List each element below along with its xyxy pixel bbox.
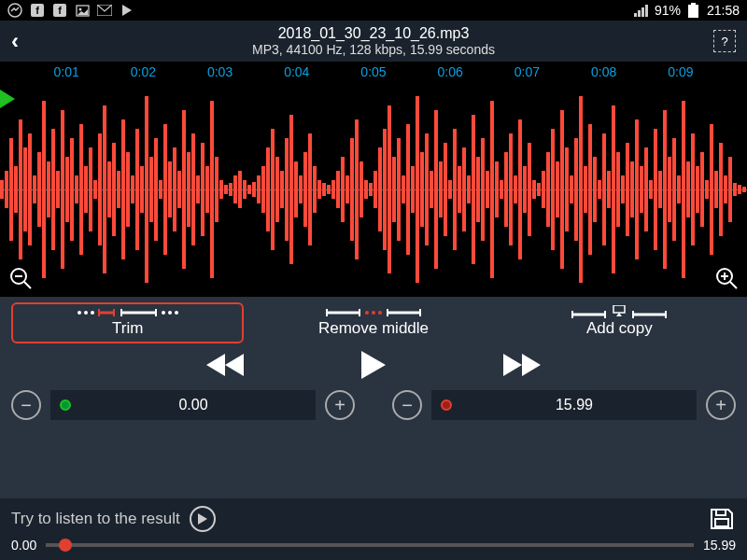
svg-rect-107 xyxy=(434,110,438,269)
start-marker-increment-button[interactable]: + xyxy=(325,390,355,420)
svg-rect-170 xyxy=(728,157,732,222)
rewind-button[interactable] xyxy=(204,349,246,381)
play-button[interactable] xyxy=(358,349,389,381)
svg-rect-42 xyxy=(131,175,134,203)
svg-rect-106 xyxy=(430,171,433,208)
svg-rect-82 xyxy=(317,180,321,199)
svg-rect-104 xyxy=(420,152,424,227)
svg-rect-133 xyxy=(556,161,559,217)
svg-rect-92 xyxy=(364,180,368,199)
trim-icon xyxy=(17,306,238,319)
svg-rect-32 xyxy=(84,166,88,213)
svg-rect-144 xyxy=(607,171,611,208)
svg-rect-64 xyxy=(233,175,237,203)
zoom-in-button[interactable] xyxy=(713,265,740,291)
svg-rect-205 xyxy=(613,305,625,313)
svg-rect-71 xyxy=(266,147,270,231)
svg-rect-49 xyxy=(163,124,167,255)
svg-rect-125 xyxy=(518,119,522,259)
svg-point-198 xyxy=(378,311,382,315)
end-marker-decrement-button[interactable]: − xyxy=(392,390,422,420)
end-marker-increment-button[interactable]: + xyxy=(706,390,736,420)
svg-rect-29 xyxy=(70,138,74,241)
preview-play-button[interactable] xyxy=(190,506,216,532)
preview-progress-thumb[interactable] xyxy=(59,539,72,552)
preview-duration: 15.99 xyxy=(703,538,736,553)
svg-text:f: f xyxy=(58,5,62,16)
preview-text: Try to listen to the result xyxy=(11,510,180,528)
svg-rect-83 xyxy=(322,183,326,196)
trim-button[interactable]: Trim xyxy=(11,302,244,343)
start-marker-decrement-button[interactable]: − xyxy=(11,390,41,420)
back-button[interactable]: ‹ xyxy=(11,28,39,54)
svg-text:f: f xyxy=(35,5,39,16)
svg-rect-43 xyxy=(135,129,139,250)
add-copy-button[interactable]: Add copy xyxy=(503,302,736,343)
waveform-display[interactable] xyxy=(0,82,747,297)
svg-rect-123 xyxy=(509,133,513,245)
svg-rect-122 xyxy=(504,152,508,227)
svg-rect-169 xyxy=(724,175,727,203)
file-title: 2018_01_30_23_10_26.mp3 xyxy=(252,25,495,42)
svg-rect-142 xyxy=(598,180,601,199)
svg-rect-58 xyxy=(205,166,209,213)
svg-rect-18 xyxy=(19,119,22,259)
save-button[interactable] xyxy=(708,507,736,531)
svg-rect-116 xyxy=(476,157,480,222)
svg-rect-120 xyxy=(495,161,499,217)
start-marker-field[interactable]: 0.00 xyxy=(50,390,316,420)
messenger-icon xyxy=(7,3,22,18)
svg-rect-8 xyxy=(634,13,637,17)
end-marker-dot-icon xyxy=(441,399,452,411)
svg-rect-81 xyxy=(313,166,317,213)
svg-rect-172 xyxy=(738,185,741,194)
svg-rect-9 xyxy=(638,10,641,17)
svg-rect-143 xyxy=(602,133,606,245)
remove-middle-button[interactable]: Remove middle xyxy=(257,302,489,343)
svg-rect-86 xyxy=(336,171,340,208)
svg-rect-14 xyxy=(0,180,4,199)
svg-rect-119 xyxy=(490,101,494,278)
svg-rect-101 xyxy=(406,124,410,255)
time-tick: 0:06 xyxy=(412,64,488,79)
svg-rect-56 xyxy=(196,175,200,203)
svg-rect-134 xyxy=(560,110,564,269)
svg-rect-167 xyxy=(714,171,718,208)
svg-rect-17 xyxy=(14,166,18,213)
svg-rect-46 xyxy=(149,157,153,222)
svg-rect-209 xyxy=(716,510,726,515)
svg-rect-90 xyxy=(355,119,359,259)
svg-rect-98 xyxy=(392,157,396,222)
svg-rect-150 xyxy=(635,119,639,259)
battery-icon xyxy=(686,3,701,18)
svg-rect-55 xyxy=(191,133,195,245)
svg-rect-65 xyxy=(238,171,242,208)
svg-rect-159 xyxy=(677,175,681,203)
svg-rect-141 xyxy=(593,157,597,222)
fast-forward-button[interactable] xyxy=(501,349,543,381)
preview-progress-bar[interactable] xyxy=(46,543,694,547)
svg-rect-128 xyxy=(532,180,536,199)
svg-rect-148 xyxy=(626,143,629,236)
svg-rect-138 xyxy=(579,96,583,283)
svg-rect-110 xyxy=(448,180,452,199)
svg-rect-154 xyxy=(654,129,657,250)
svg-rect-210 xyxy=(715,519,728,526)
svg-point-192 xyxy=(175,311,178,315)
svg-rect-10 xyxy=(641,7,644,17)
playhead-marker-icon[interactable] xyxy=(0,90,15,108)
time-tick: 0:03 xyxy=(181,64,258,79)
svg-rect-61 xyxy=(219,180,223,199)
zoom-out-button[interactable] xyxy=(7,265,34,291)
gmail-icon xyxy=(97,3,112,18)
help-button[interactable]: ? xyxy=(713,30,736,52)
svg-rect-47 xyxy=(154,138,158,241)
svg-rect-158 xyxy=(672,138,676,241)
svg-rect-41 xyxy=(126,152,130,227)
file-info: MP3, 44100 Hz, 128 kbps, 15.99 seconds xyxy=(252,42,495,57)
play-store-icon xyxy=(120,3,134,18)
end-marker-field[interactable]: 15.99 xyxy=(431,390,697,420)
svg-point-191 xyxy=(168,311,172,315)
waveform-svg xyxy=(0,82,747,297)
svg-rect-160 xyxy=(682,101,685,278)
